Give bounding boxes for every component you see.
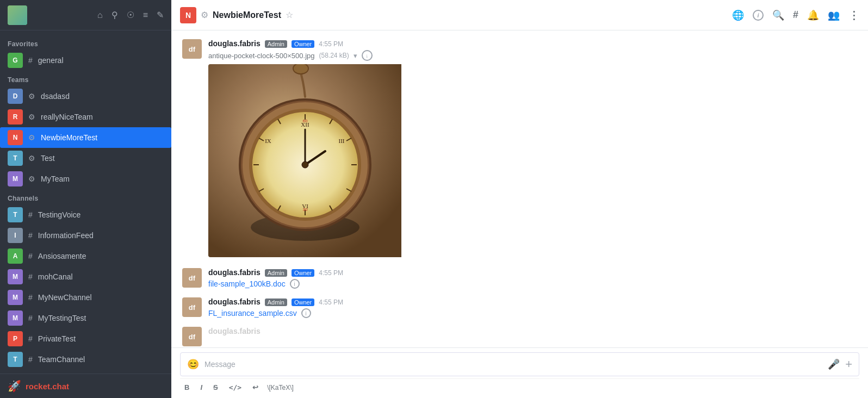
channel-hash: # xyxy=(28,210,33,219)
svg-text:IX: IX xyxy=(265,138,271,144)
strike-button[interactable]: S xyxy=(211,382,220,393)
message-group-2: df douglas.fabris Admin Owner 4:55 PM fi… xyxy=(182,268,857,289)
author-avatar-2: df xyxy=(182,268,202,288)
MyTestingTest-avatar: M xyxy=(8,310,23,326)
channel-name: PrivateTest xyxy=(38,334,164,343)
file-name-1: antique-pocket-clock-500×500.jpg xyxy=(208,52,315,60)
bold-button[interactable]: B xyxy=(182,382,191,393)
user-avatar[interactable] xyxy=(8,5,27,25)
NewbieMoreTest-avatar: N xyxy=(8,130,23,145)
globe-icon[interactable]: 🌐 xyxy=(732,9,744,21)
sidebar-header: ⌂ ⚲ ☉ ≡ ✎ xyxy=(0,0,171,30)
channel-hash: # xyxy=(28,334,33,343)
sidebar-item-general[interactable]: G # general xyxy=(0,50,171,71)
channels-label: Channels xyxy=(0,189,171,204)
sidebar-item-dsadasd[interactable]: D ⚙ dsadasd xyxy=(0,86,171,107)
search-icon[interactable]: ⚲ xyxy=(111,10,118,20)
reallyNiceTeam-avatar: R xyxy=(8,109,23,125)
sidebar-item-InformationFeed[interactable]: I # InformationFeed xyxy=(0,225,171,246)
file-link-2[interactable]: file-sample_100kB.doc xyxy=(208,279,286,288)
TeamChannel-avatar: T xyxy=(8,352,23,367)
sidebar-item-mohCanal[interactable]: M # mohCanal xyxy=(0,266,171,287)
Test-avatar: T xyxy=(8,151,23,166)
mic-icon[interactable]: 🎤 xyxy=(828,358,840,370)
rocket-logo-text: rocket.chat xyxy=(26,382,69,391)
bell-icon[interactable]: 🔔 xyxy=(807,9,819,21)
file-info-1: antique-pocket-clock-500×500.jpg (58.24 … xyxy=(208,50,857,61)
message-author-4: douglas.fabris xyxy=(208,327,261,335)
more-icon[interactable]: ⋮ xyxy=(848,9,859,22)
sidebar: ⌂ ⚲ ☉ ≡ ✎ Favorites G # general Teams D … xyxy=(0,0,171,398)
sort-icon[interactable]: ≡ xyxy=(143,10,148,20)
team-name: Test xyxy=(41,154,164,163)
sidebar-item-TeamChannel[interactable]: T # TeamChannel xyxy=(0,349,171,370)
channel-hash: # xyxy=(28,231,33,240)
add-icon[interactable]: + xyxy=(845,357,852,371)
sidebar-item-NewbieMoreTest[interactable]: N ⚙ NewbieMoreTest xyxy=(0,127,171,148)
message-author-1: douglas.fabris xyxy=(208,39,261,48)
info-icon[interactable]: i xyxy=(753,10,764,21)
file-info-icon-2[interactable]: i xyxy=(290,279,300,289)
star-icon[interactable]: ☆ xyxy=(286,10,293,20)
search-icon[interactable]: 🔍 xyxy=(772,9,784,21)
dropdown-icon[interactable]: ▾ xyxy=(354,52,357,60)
quote-button[interactable]: ↩ xyxy=(250,382,261,393)
topbar: N ⚙ NewbieMoreTest ☆ 🌐 i 🔍 # 🔔 👥 ⋮ xyxy=(171,0,868,30)
hash-icon[interactable]: # xyxy=(793,9,798,21)
channel-name: MyTestingTest xyxy=(38,314,164,322)
message-content-1: douglas.fabris Admin Owner 4:55 PM antiq… xyxy=(208,39,857,259)
katex-button[interactable]: \[KaTeX\] xyxy=(267,384,294,391)
MyTeam-avatar: M xyxy=(8,171,23,186)
message-header-3: douglas.fabris Admin Owner 4:55 PM xyxy=(208,297,857,306)
emoji-icon[interactable]: 😊 xyxy=(187,358,199,370)
message-header-4: douglas.fabris xyxy=(208,327,857,335)
sidebar-item-TestingVoice[interactable]: T # TestingVoice xyxy=(0,204,171,225)
message-image-1[interactable]: XII III VI IX 60 30 xyxy=(208,64,404,257)
message-input-row: 😊 🎤 + xyxy=(180,352,859,376)
team-hash: ⚙ xyxy=(28,175,35,183)
TestingVoice-avatar: T xyxy=(8,207,23,222)
author-avatar-1: df xyxy=(182,39,202,59)
message-content-2: douglas.fabris Admin Owner 4:55 PM file-… xyxy=(208,268,857,289)
sidebar-item-MyTestingTest[interactable]: M # MyTestingTest xyxy=(0,308,171,328)
message-content-3: douglas.fabris Admin Owner 4:55 PM FL_in… xyxy=(208,297,857,318)
sidebar-actions: ⌂ ⚲ ☉ ≡ ✎ xyxy=(97,10,164,20)
clock-image: XII III VI IX 60 30 xyxy=(208,64,401,257)
sidebar-item-MyTeam[interactable]: M ⚙ MyTeam xyxy=(0,169,171,189)
message-input[interactable] xyxy=(204,360,822,369)
sidebar-item-MyNewChannel[interactable]: M # MyNewChannel xyxy=(0,287,171,308)
admin-badge-2: Admin xyxy=(265,269,287,277)
team-name: dsadasd xyxy=(41,92,164,101)
channel-name: general xyxy=(38,56,164,65)
channel-hash: # xyxy=(28,252,33,260)
sidebar-item-Ansiosamente[interactable]: A # Ansiosamente xyxy=(0,246,171,266)
teams-label: Teams xyxy=(0,71,171,86)
channel-hash: # xyxy=(28,56,33,65)
main-content: N ⚙ NewbieMoreTest ☆ 🌐 i 🔍 # 🔔 👥 ⋮ df do… xyxy=(171,0,868,398)
home-icon[interactable]: ⌂ xyxy=(97,10,103,20)
members-icon[interactable]: 👥 xyxy=(828,9,840,21)
italic-button[interactable]: I xyxy=(198,382,204,393)
globe-icon[interactable]: ☉ xyxy=(127,10,134,20)
team-name: reallyNiceTeam xyxy=(41,113,164,121)
message-header-1: douglas.fabris Admin Owner 4:55 PM xyxy=(208,39,857,48)
channel-name: Ansiosamente xyxy=(38,252,164,260)
file-link-3[interactable]: FL_insurance_sample.csv xyxy=(208,309,297,318)
PrivateTest-avatar: P xyxy=(8,331,23,346)
sidebar-item-PrivateTest[interactable]: P # PrivateTest xyxy=(0,328,171,349)
file-info-icon-3[interactable]: i xyxy=(301,308,311,318)
rocket-icon: 🚀 xyxy=(8,380,21,393)
code-button[interactable]: </> xyxy=(227,382,244,393)
sidebar-item-reallyNiceTeam[interactable]: R ⚙ reallyNiceTeam xyxy=(0,107,171,127)
team-name: NewbieMoreTest xyxy=(41,133,164,142)
InformationFeed-avatar: I xyxy=(8,228,23,243)
rocket-chat-logo: 🚀 rocket.chat xyxy=(8,380,164,393)
message-group-1: df douglas.fabris Admin Owner 4:55 PM an… xyxy=(182,39,857,259)
message-author-3: douglas.fabris xyxy=(208,297,261,306)
edit-icon[interactable]: ✎ xyxy=(157,10,164,20)
download-icon-1[interactable]: ↓ xyxy=(362,50,373,61)
sidebar-item-Test[interactable]: T ⚙ Test xyxy=(0,148,171,169)
chat-area: df douglas.fabris Admin Owner 4:55 PM an… xyxy=(171,30,868,347)
Ansiosamente-avatar: A xyxy=(8,248,23,264)
channel-avatar: N xyxy=(180,7,196,23)
